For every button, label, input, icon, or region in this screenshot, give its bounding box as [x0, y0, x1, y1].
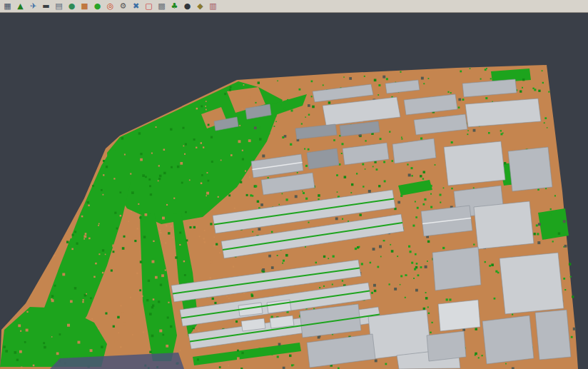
report-icon: ▥: [209, 1, 216, 11]
ground-class-icon: ■: [81, 1, 88, 11]
sphere-view-button[interactable]: ●: [181, 1, 193, 12]
layers-button[interactable]: ▤: [53, 1, 65, 12]
mesh-button[interactable]: ▩: [156, 1, 168, 12]
selection-icon: ▢: [145, 1, 152, 11]
vegetation-class-button[interactable]: ●: [91, 1, 103, 12]
selection-button[interactable]: ▢: [143, 1, 155, 12]
report-button[interactable]: ▥: [207, 1, 219, 12]
viewport-3d[interactable]: [0, 13, 588, 369]
application-window: ▦▲✈▬▤●■●◎⚙✖▢▩♣●◆▥: [0, 0, 588, 369]
cut-tool-button[interactable]: ✖: [130, 1, 142, 12]
flight-path-button[interactable]: ✈: [27, 1, 39, 12]
profile-button[interactable]: ▬: [40, 1, 52, 12]
classification-icon: ◎: [107, 1, 114, 11]
profile-icon: ▬: [42, 1, 49, 11]
settings-icon: ⚙: [120, 1, 127, 11]
toolbar: ▦▲✈▬▤●■●◎⚙✖▢▩♣●◆▥: [0, 0, 588, 13]
ground-class-button[interactable]: ■: [78, 1, 91, 12]
grid-view-button[interactable]: ▦: [1, 1, 14, 12]
globe-button[interactable]: ●: [66, 1, 78, 12]
layers-icon: ▤: [55, 1, 62, 11]
terrain-button[interactable]: ▲: [14, 1, 26, 12]
sphere-view-icon: ●: [184, 1, 191, 11]
measure-icon: ◆: [197, 1, 203, 11]
terrain-icon: ▲: [17, 1, 23, 11]
vegetation-class-icon: ●: [94, 1, 101, 11]
point-cloud-scene[interactable]: [0, 13, 588, 369]
globe-icon: ●: [69, 1, 76, 11]
measure-button[interactable]: ◆: [194, 1, 206, 12]
tree-class-button[interactable]: ♣: [168, 1, 181, 12]
settings-button[interactable]: ⚙: [117, 1, 129, 12]
tree-class-icon: ♣: [171, 1, 178, 11]
cut-tool-icon: ✖: [133, 1, 139, 11]
classification-button[interactable]: ◎: [104, 1, 116, 12]
grid-view-icon: ▦: [4, 1, 11, 11]
flight-path-icon: ✈: [30, 1, 36, 11]
mesh-icon: ▩: [158, 1, 165, 11]
